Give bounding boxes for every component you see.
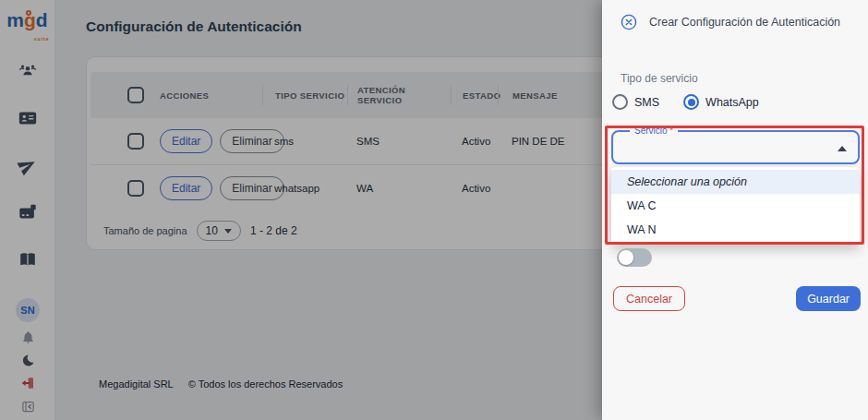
toggle-knob [619,250,633,265]
servicio-select[interactable]: Servicio * [611,130,860,164]
status-toggle[interactable] [617,248,652,267]
service-type-radio-group: SMS WhatsApp [612,94,759,110]
app-root: mgd suite SN [0,0,868,420]
radio-whatsapp-label[interactable]: WhatsApp [705,96,759,109]
option-wa-n[interactable]: WA N [611,218,860,242]
radio-sms-label[interactable]: SMS [634,96,659,109]
drawer-header: Crear Configuración de Autenticación [602,0,868,30]
radio-whatsapp[interactable] [683,94,699,110]
cancel-button[interactable]: Cancelar [613,286,685,311]
tipo-de-servicio-label: Tipo de servicio [621,72,698,85]
option-wa-c[interactable]: WA C [611,194,860,218]
drawer-title: Crear Configuración de Autenticación [649,16,840,29]
required-asterisk: * [669,126,673,136]
option-placeholder[interactable]: Seleccionar una opción [611,170,860,194]
close-icon[interactable] [621,14,637,30]
save-button[interactable]: Guardar [796,286,861,311]
chevron-up-icon [838,146,847,151]
servicio-options-menu: Seleccionar una opción WA C WA N [611,167,860,245]
radio-sms[interactable] [612,94,628,110]
create-auth-config-drawer: Crear Configuración de Autenticación Tip… [602,0,868,420]
servicio-select-label: Servicio * [630,126,678,136]
